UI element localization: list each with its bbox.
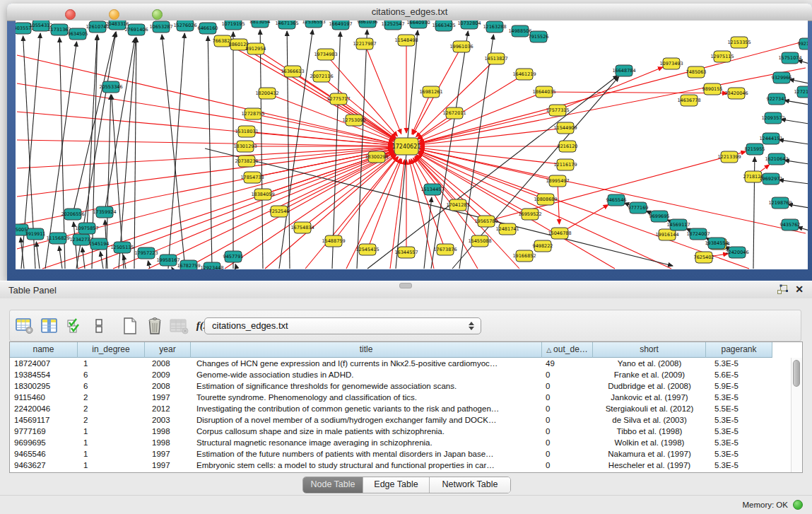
node-17041283[interactable]: 17041283	[446, 199, 469, 211]
network-canvas[interactable]: 2403557210554312117313639634505126107402…	[16, 21, 808, 269]
node-8215955[interactable]: 8215955	[745, 144, 765, 155]
citation-network-graph[interactable]: 2403557210554312117313639634505126107402…	[16, 21, 808, 269]
table-row[interactable]: 1830029562008Estimation of significance …	[10, 380, 802, 392]
node-11156829[interactable]: 11156829	[46, 233, 69, 244]
node-20553346[interactable]: 20553346	[99, 81, 122, 93]
column-header-year[interactable]: year	[145, 342, 191, 358]
node-19384554[interactable]: 19384554	[705, 238, 728, 249]
node-1545194[interactable]: 1545194	[89, 238, 110, 250]
column-header-in_degree[interactable]: in_degree	[78, 342, 145, 358]
node-23420046[interactable]: 23420046	[724, 88, 748, 99]
node-17854733[interactable]: 17854733	[240, 172, 264, 183]
delete-icon[interactable]	[145, 316, 165, 336]
node-12672011[interactable]: 12672011	[442, 107, 466, 119]
node-9465546[interactable]: 9465546	[606, 194, 627, 206]
node-27691406[interactable]: 27691406	[124, 24, 148, 35]
node-19166852[interactable]: 19166852	[512, 250, 536, 262]
node-16754834[interactable]: 16754834	[290, 222, 314, 233]
node-16344557[interactable]: 16344557	[394, 247, 418, 258]
node-19961036[interactable]: 19961036	[449, 41, 473, 52]
tab-node-table[interactable]: Node Table	[303, 477, 363, 493]
node-17577315[interactable]: 17577315	[546, 105, 569, 116]
table-settings-icon[interactable]	[15, 316, 35, 336]
node-12536553[interactable]: 12536553	[302, 21, 325, 28]
show-columns-icon[interactable]	[40, 316, 59, 336]
column-header-title[interactable]: title	[191, 342, 542, 358]
select-all-icon[interactable]	[64, 316, 84, 336]
node-7485063[interactable]: 7485063	[686, 66, 707, 78]
vertical-scrollbar[interactable]	[791, 358, 802, 472]
node-12505135[interactable]: 12505135	[110, 242, 134, 253]
node-12775717[interactable]: 12775717	[326, 93, 350, 105]
node-9329966[interactable]: 9329966	[772, 72, 792, 83]
node-9227341[interactable]: 9227341	[767, 93, 787, 105]
node-8813054[interactable]: 8813054	[250, 21, 271, 28]
node-14513827[interactable]: 14513827	[484, 53, 507, 64]
node-12753090[interactable]: 12753090	[342, 115, 365, 126]
node-17673876[interactable]: 17673876	[433, 244, 457, 255]
node-11252547[interactable]: 11252547	[381, 21, 404, 30]
column-header-pagerank[interactable]: pagerank	[706, 342, 772, 358]
table-row[interactable]: 946362711997Embryonic stem cells: a mode…	[10, 460, 802, 471]
node-16648784[interactable]: 16648784	[612, 65, 635, 76]
scrollbar-thumb[interactable]	[793, 360, 800, 387]
node-16210643[interactable]: 16210643	[765, 153, 788, 165]
new-document-icon[interactable]	[120, 316, 140, 336]
node-9921952[interactable]: 9921952	[798, 38, 808, 49]
node-12163288[interactable]: 12163288	[483, 21, 506, 33]
node-20072116[interactable]: 20072116	[310, 71, 333, 82]
node-3919911[interactable]: 3919911	[25, 228, 46, 240]
column-header-name[interactable]: name	[10, 342, 78, 358]
node-12217987[interactable]: 12217987	[353, 38, 376, 49]
node-22420046[interactable]: 22420046	[725, 247, 748, 258]
close-panel-icon[interactable]: ✕	[795, 284, 804, 295]
node-12728755[interactable]: 12728755	[241, 108, 264, 119]
node-18200432[interactable]: 18200432	[255, 88, 278, 99]
table-row[interactable]: 2242004622012Investigating the contribut…	[10, 403, 802, 414]
node-16366613[interactable]: 16366613	[281, 66, 304, 77]
node-15751074[interactable]: 15751074	[778, 52, 801, 64]
node-19734983[interactable]: 19734983	[314, 49, 337, 60]
node-12545415[interactable]: 12545415	[355, 244, 379, 255]
node-19565780[interactable]: 19565780	[474, 216, 498, 227]
splitter-handle[interactable]	[399, 283, 412, 288]
node-9634505[interactable]: 9634505	[68, 28, 88, 40]
rows-icon[interactable]	[89, 316, 109, 336]
window-titlebar[interactable]: citations_edges.txt	[7, 4, 812, 21]
node-14636778[interactable]: 14636778	[677, 95, 700, 106]
float-panel-icon[interactable]	[777, 284, 789, 295]
node-12198769[interactable]: 12198769	[768, 197, 792, 209]
node-9498222[interactable]: 9498222	[533, 240, 553, 252]
node-19692971[interactable]: 19692971	[759, 173, 782, 185]
node-8216120[interactable]: 8216120	[558, 141, 578, 152]
tab-edge-table[interactable]: Edge Table	[363, 477, 430, 493]
node-18300295[interactable]: 18300295	[365, 151, 388, 163]
node-18644035[interactable]: 18644035	[532, 86, 555, 98]
node-15318031[interactable]: 15318031	[235, 126, 258, 137]
node-12213399[interactable]: 12213399	[717, 151, 741, 163]
table-row[interactable]: 1872400712008Changes of HCN gene express…	[10, 358, 802, 369]
node-12153355[interactable]: 12153355	[727, 37, 751, 48]
node-10973493[interactable]: 10973493	[659, 58, 683, 69]
node-18384059[interactable]: 18384059	[251, 189, 274, 200]
node-9777169[interactable]: 9777169	[628, 202, 649, 214]
node-12444151[interactable]: 12444151	[759, 133, 782, 144]
table-row[interactable]: 969969511998Structural magnetic resonanc…	[10, 437, 802, 448]
node-16782759[interactable]: 16782759	[177, 260, 200, 269]
node-12481741[interactable]: 12481741	[495, 223, 519, 235]
node-12093572[interactable]: 12093572	[761, 112, 784, 124]
node-16959522[interactable]: 16959522	[518, 209, 541, 220]
node-20738231[interactable]: 20738231	[235, 156, 258, 167]
node-9457791[interactable]: 9457791	[223, 251, 244, 262]
node-18995497[interactable]: 18995497	[546, 175, 569, 187]
node-15488759[interactable]: 15488759	[322, 235, 345, 247]
node-9699695[interactable]: 9699695	[649, 211, 670, 222]
node-10719195[interactable]: 10719195	[221, 21, 245, 30]
table-row[interactable]: 977716911998Corpus callosum shape and si…	[10, 426, 802, 437]
node-18301293[interactable]: 18301293	[233, 141, 257, 152]
hub-node-17240621[interactable]: 17240621	[392, 138, 421, 155]
node-9890155[interactable]: 9890155	[702, 83, 723, 95]
node-7915526[interactable]: 7915526	[529, 31, 549, 42]
node-11544909[interactable]: 11544909	[553, 122, 577, 134]
node-17957223[interactable]: 17957223	[134, 247, 158, 259]
